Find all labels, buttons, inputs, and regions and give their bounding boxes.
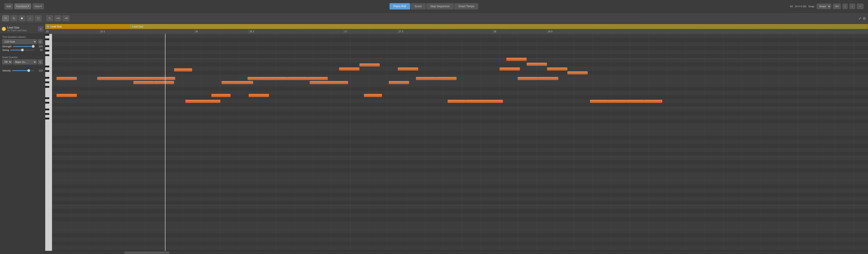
cursor-tool[interactable]: ↖ [46, 16, 53, 21]
separator [44, 16, 44, 21]
note[interactable] [608, 100, 626, 103]
note[interactable] [116, 77, 137, 80]
strength-slider[interactable] [13, 46, 35, 47]
note[interactable] [57, 77, 77, 80]
velocity-slider[interactable] [12, 70, 35, 71]
note[interactable] [416, 77, 436, 80]
swing-row: Swing 50 [2, 49, 43, 51]
left-panel: Lead Saw on Track Lead Saw ≡ Time Quanti… [0, 24, 45, 254]
scrollbar-thumb[interactable] [124, 252, 169, 254]
note[interactable] [567, 71, 588, 75]
note[interactable] [174, 68, 192, 72]
svg-rect-14 [45, 113, 49, 115]
note[interactable] [307, 77, 328, 80]
grid-svg [52, 34, 868, 251]
svg-rect-37 [52, 34, 868, 251]
scale-off-select[interactable]: Off On [2, 59, 12, 64]
timeline-ruler: 15 15 3 16 16 3 17 17 3 18 18 3 [45, 29, 868, 34]
note[interactable] [538, 77, 558, 80]
grid-area[interactable] [52, 34, 868, 251]
note[interactable] [57, 94, 77, 97]
snap-label: Snap: [808, 5, 815, 8]
tab-smart-tempo[interactable]: Smart Tempo [454, 3, 478, 9]
velocity-row: Velocity 110 [2, 69, 43, 72]
svg-rect-11 [45, 97, 49, 99]
note[interactable] [389, 81, 409, 84]
note[interactable] [133, 81, 154, 84]
note[interactable] [398, 67, 418, 70]
track-menu-button[interactable]: ≡ [38, 26, 43, 31]
quantize-button[interactable]: Q [38, 39, 43, 44]
note[interactable] [328, 81, 348, 84]
note[interactable] [447, 100, 466, 103]
midi-tool[interactable]: ♪ [27, 16, 33, 21]
note[interactable] [249, 94, 269, 97]
track-color-dot [2, 27, 6, 31]
toolbar2-right: ⤢ ⊟ [859, 17, 866, 20]
note[interactable] [287, 77, 307, 80]
note[interactable] [364, 94, 382, 97]
note[interactable] [360, 63, 380, 66]
main-area: Lead Saw on Track Lead Saw ≡ Time Quanti… [0, 24, 868, 254]
functions-button[interactable]: Functions ▾ [14, 3, 31, 9]
note[interactable] [310, 81, 330, 84]
scale-quantize-button[interactable]: Q [38, 59, 43, 64]
tab-piano-roll[interactable]: Piano Roll [390, 3, 410, 9]
note[interactable] [484, 100, 503, 103]
view-button[interactable]: View ▾ [33, 3, 44, 9]
piano-svg: // We'll draw this via CSS instead [45, 34, 52, 251]
snap-select[interactable]: Smart 1/16 1/8 [817, 4, 831, 9]
tab-score[interactable]: Score [410, 3, 426, 9]
note[interactable] [500, 67, 520, 70]
note[interactable] [547, 67, 567, 70]
note[interactable] [248, 77, 268, 80]
note[interactable] [154, 81, 174, 84]
ruler-mark-17: 17 [344, 29, 347, 34]
note[interactable] [97, 77, 118, 80]
track-info: Lead Saw on Track Lead Saw [7, 26, 38, 32]
note[interactable] [626, 100, 644, 103]
velocity-label: Velocity [2, 69, 11, 72]
note[interactable] [506, 58, 527, 61]
tab-step-sequencer[interactable]: Step Sequencer [426, 3, 454, 9]
note[interactable] [135, 77, 156, 80]
chevron-down-icon: ▾ [40, 5, 42, 8]
note[interactable] [185, 100, 202, 103]
note[interactable] [644, 100, 662, 103]
svg-rect-3 [45, 45, 49, 47]
scissors-tool[interactable]: ⇒▾ [63, 16, 69, 21]
ruler-mark-18: 18 [493, 29, 496, 34]
horizontal-scrollbar[interactable] [45, 251, 868, 254]
svg-rect-12 [45, 102, 49, 104]
note[interactable] [590, 100, 608, 103]
strength-thumb[interactable] [32, 45, 35, 48]
note[interactable] [466, 100, 485, 103]
scale-type-select[interactable]: Major (lo... Minor Pentatonic [13, 59, 37, 64]
pencil-tool[interactable]: ✏ [2, 16, 9, 21]
note[interactable] [339, 67, 360, 70]
link-tool[interactable]: ⬡ [35, 16, 41, 21]
note[interactable] [527, 63, 547, 66]
svg-rect-6 [45, 65, 49, 67]
velocity-thumb[interactable] [27, 69, 30, 72]
swing-slider[interactable] [10, 50, 35, 51]
record-tool[interactable]: ⏺ [19, 16, 25, 21]
swing-thumb[interactable] [21, 49, 24, 51]
loop-tool[interactable]: ⊙ [10, 16, 17, 21]
note[interactable] [436, 77, 457, 80]
edit-button[interactable]: Edit [4, 3, 13, 9]
note[interactable] [201, 100, 220, 103]
note[interactable] [211, 94, 230, 97]
note[interactable] [267, 77, 287, 80]
svg-rect-10 [45, 86, 49, 88]
note[interactable] [233, 81, 253, 84]
swing-value: 50 [36, 49, 43, 51]
position-display: A2 [790, 5, 793, 8]
note[interactable] [518, 77, 538, 80]
ruler-mark-153: 15 3 [99, 29, 105, 34]
ruler-mark-183: 18 3 [547, 29, 552, 34]
expand-icon: ⤢ [859, 17, 861, 20]
top-bar: Edit Functions ▾ View ▾ Piano Roll Score… [0, 0, 868, 13]
note-value-select[interactable]: 1/16 Note 1/8 Note 1/4 Note [2, 39, 37, 44]
arrow-tool[interactable]: ⇐▾ [55, 16, 61, 21]
